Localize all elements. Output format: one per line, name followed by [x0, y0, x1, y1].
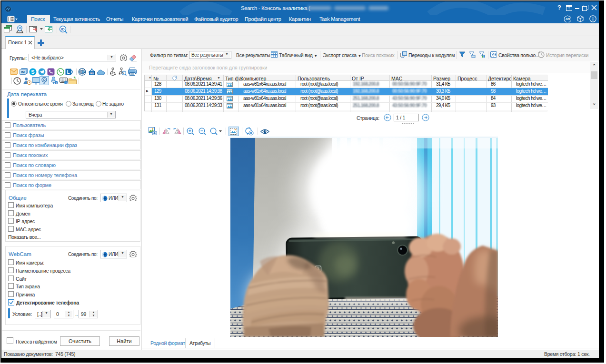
svg-text:S: S: [31, 69, 34, 75]
svg-text:L: L: [67, 69, 70, 75]
svg-text:ID: ID: [61, 28, 65, 31]
svg-text:API: API: [566, 18, 570, 20]
svg-text:HTTP: HTTP: [79, 71, 85, 73]
svg-text:IM: IM: [21, 70, 25, 74]
svg-text:FTP: FTP: [90, 72, 94, 74]
